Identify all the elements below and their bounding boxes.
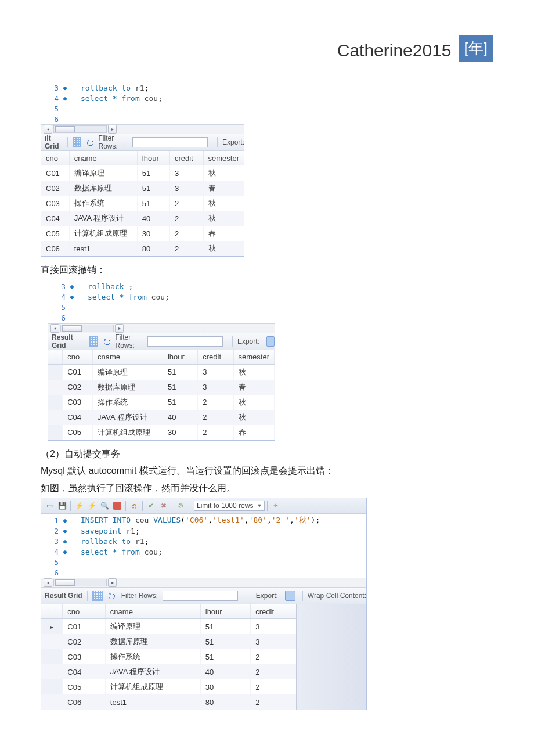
scroll-track[interactable] xyxy=(53,125,107,133)
cell[interactable]: 80 xyxy=(200,694,250,710)
cell[interactable]: 51 xyxy=(137,181,169,196)
cell[interactable]: 2 xyxy=(169,211,203,226)
cell[interactable]: 3 xyxy=(251,634,301,649)
cell[interactable]: 2 xyxy=(198,425,233,440)
filter-input[interactable] xyxy=(163,591,238,601)
cell[interactable]: C04 xyxy=(63,664,106,679)
refresh-icon[interactable] xyxy=(103,337,111,346)
cell[interactable]: 51 xyxy=(200,619,250,635)
cell[interactable]: 30 xyxy=(200,679,250,694)
cell[interactable]: 春 xyxy=(233,380,274,395)
cell[interactable]: 3 xyxy=(251,619,301,635)
cell[interactable]: 40 xyxy=(137,211,169,226)
editor-line[interactable]: 3●rollback to r1; xyxy=(41,536,366,546)
cell[interactable]: C03 xyxy=(41,196,69,211)
scroll-thumb[interactable] xyxy=(62,325,82,332)
cell[interactable]: 30 xyxy=(163,425,197,440)
cell[interactable]: 51 xyxy=(200,634,250,649)
scroll-right-icon[interactable]: ▸ xyxy=(108,578,117,587)
column-header[interactable]: lhour xyxy=(200,604,250,619)
editor-line[interactable]: 3●rollback to r1; xyxy=(41,82,244,93)
cell[interactable]: 3 xyxy=(198,380,233,395)
cell[interactable]: 秋 xyxy=(203,196,244,211)
grid-icon[interactable] xyxy=(73,137,81,147)
table-row[interactable]: C06test1802秋 xyxy=(41,241,244,256)
column-header[interactable]: credit xyxy=(198,350,233,365)
editor-line[interactable]: 5 xyxy=(41,557,366,567)
cell[interactable]: 编译原理 xyxy=(69,165,137,181)
cell[interactable]: JAVA 程序设计 xyxy=(105,664,200,679)
cell[interactable]: 秋 xyxy=(233,395,274,410)
grid-icon[interactable] xyxy=(92,591,103,601)
row-handle[interactable] xyxy=(48,364,63,380)
cell[interactable]: 3 xyxy=(169,165,203,181)
table-row[interactable]: C03操作系统512秋 xyxy=(48,395,275,410)
scroll-left-icon[interactable]: ◂ xyxy=(44,125,52,134)
refresh-icon[interactable] xyxy=(107,591,117,600)
breakpoint-dot-icon[interactable]: ● xyxy=(61,528,69,534)
cell[interactable]: 2 xyxy=(251,679,301,694)
scroll-right-icon[interactable]: ▸ xyxy=(115,324,124,333)
cell[interactable]: C05 xyxy=(63,679,106,694)
open-icon[interactable]: ▭ xyxy=(44,500,55,512)
export-icon[interactable] xyxy=(285,591,295,601)
breakpoint-dot-icon[interactable]: ● xyxy=(61,538,69,545)
cell[interactable]: JAVA 程序设计 xyxy=(93,410,163,425)
cell[interactable]: C03 xyxy=(63,395,93,410)
cell[interactable]: 51 xyxy=(137,165,169,181)
autocommit-off-icon[interactable]: ✖ xyxy=(158,500,169,512)
cell[interactable]: 80 xyxy=(137,241,169,256)
row-handle[interactable] xyxy=(41,694,63,710)
cell[interactable]: 40 xyxy=(200,664,250,679)
column-header[interactable]: semester xyxy=(203,151,244,165)
cell[interactable]: 春 xyxy=(203,181,244,196)
table-row[interactable]: C05计算机组成原理302春 xyxy=(48,425,275,440)
cell[interactable]: 操作系统 xyxy=(69,196,137,211)
column-header[interactable]: cname xyxy=(69,151,137,165)
code-text[interactable]: select * from cou; xyxy=(76,293,169,301)
table-row[interactable]: C02数据库原理513春 xyxy=(41,181,244,196)
cell[interactable]: 51 xyxy=(163,364,197,380)
settings-icon[interactable]: ⚙ xyxy=(175,500,186,512)
cell[interactable]: 3 xyxy=(169,181,203,196)
breakpoint-dot-icon[interactable]: ● xyxy=(61,517,69,524)
breakpoint-dot-icon[interactable]: ● xyxy=(61,85,69,91)
cell[interactable]: 秋 xyxy=(203,211,244,226)
table-row[interactable]: C02数据库原理513春 xyxy=(48,380,275,395)
breakpoint-dot-icon[interactable]: ● xyxy=(68,294,76,300)
cell[interactable]: 30 xyxy=(137,226,169,241)
scroll-right-icon[interactable]: ▸ xyxy=(108,125,117,134)
cell[interactable]: C01 xyxy=(41,165,69,181)
code-text[interactable]: rollback to r1; xyxy=(69,537,149,546)
cell[interactable]: 数据库原理 xyxy=(69,181,137,196)
commit-icon[interactable]: ⎌ xyxy=(128,500,140,512)
cell[interactable]: 计算机组成原理 xyxy=(69,226,137,241)
cell[interactable]: C02 xyxy=(63,634,106,649)
editor-line[interactable]: 6 xyxy=(41,567,366,578)
scroll-track[interactable] xyxy=(60,325,114,332)
row-handle[interactable] xyxy=(41,679,63,694)
cell[interactable]: C04 xyxy=(63,410,93,425)
cell[interactable]: 2 xyxy=(169,226,203,241)
column-header[interactable]: cno xyxy=(63,604,106,619)
cell[interactable]: C05 xyxy=(41,226,69,241)
code-text[interactable]: select * from cou; xyxy=(69,548,163,556)
editor-line[interactable]: 4●select * from cou; xyxy=(48,292,275,303)
cell[interactable]: 秋 xyxy=(203,241,244,256)
cell[interactable]: JAVA 程序设计 xyxy=(69,211,137,226)
execute-icon[interactable]: ⚡ xyxy=(73,500,85,512)
breakpoint-dot-icon[interactable]: ● xyxy=(68,283,76,290)
table-row[interactable]: C01编译原理513秋 xyxy=(41,165,244,181)
cell[interactable]: C02 xyxy=(41,181,69,196)
cell[interactable]: 操作系统 xyxy=(105,649,200,664)
row-handle[interactable] xyxy=(48,425,63,440)
scroll-thumb[interactable] xyxy=(55,126,75,132)
cell[interactable]: 2 xyxy=(169,241,203,256)
cell[interactable]: C02 xyxy=(63,380,93,395)
editor-line[interactable]: 1●INSERT INTO cou VALUES('C06','test1','… xyxy=(41,515,366,525)
editor-line[interactable]: 2●savepoint r1; xyxy=(41,525,366,536)
autocommit-on-icon[interactable]: ✔ xyxy=(145,500,157,512)
row-handle[interactable] xyxy=(41,634,63,649)
code-text[interactable]: rollback to r1; xyxy=(69,84,149,92)
cell[interactable]: 51 xyxy=(137,196,169,211)
